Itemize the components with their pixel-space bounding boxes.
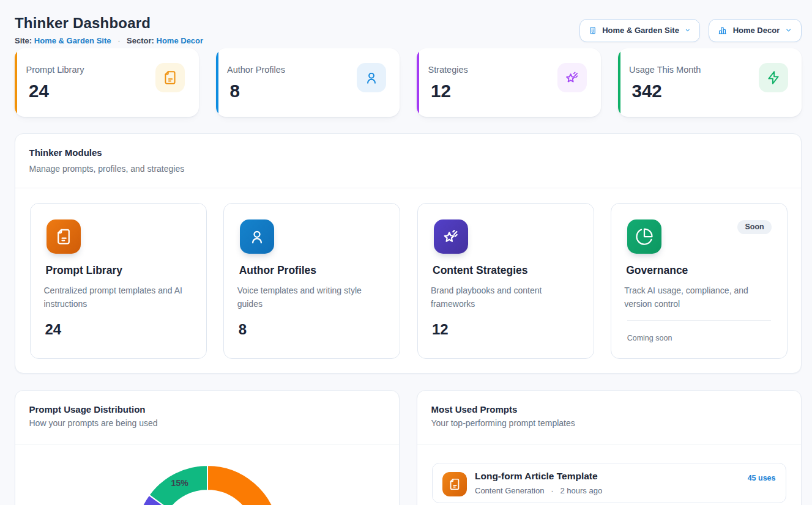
svg-text:15%: 15% xyxy=(171,478,189,488)
